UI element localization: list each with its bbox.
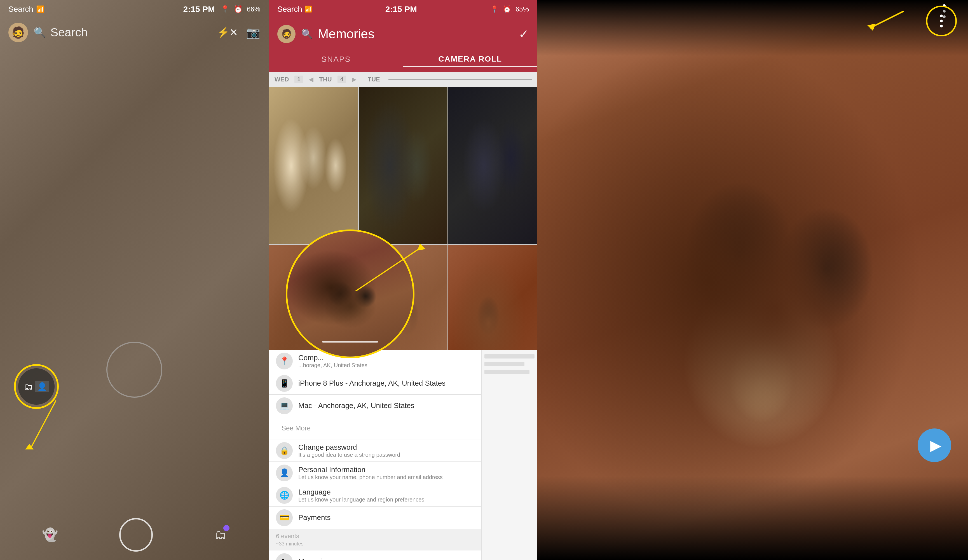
header-middle: 🧔 🔍 Memories ✓ — [269, 18, 537, 49]
play-icon: ▶ — [930, 437, 941, 454]
search-text-left: Search — [50, 26, 88, 39]
app-name-middle: Search — [277, 5, 302, 14]
date-num-4: 4 — [338, 76, 346, 83]
status-bar-middle: Search 📶 2:15 PM 📍 ⏰ 65% — [269, 0, 537, 18]
date-num-1: 1 — [294, 76, 303, 83]
shutter-ring — [106, 342, 162, 398]
status-icons-left: 📍 ⏰ 66% — [220, 5, 260, 14]
date-line — [388, 79, 532, 80]
play-button[interactable]: ▶ — [918, 429, 951, 462]
search-bar-left[interactable]: 🔍 Search — [33, 26, 211, 39]
dot-c — [940, 25, 943, 27]
memories-nav-icon[interactable]: 🗂 — [214, 528, 227, 542]
dot-a — [940, 15, 943, 17]
scrub-bar[interactable] — [322, 341, 378, 343]
photo-cell-movie-2[interactable] — [359, 87, 448, 244]
settings-partial-right — [481, 350, 537, 560]
right-panel: ▶ — [537, 0, 968, 560]
header-title: 🔍 Memories — [301, 26, 375, 41]
settings-icon-iphone: 📱 — [276, 375, 293, 392]
alarm-icon-left: ⏰ — [234, 5, 243, 14]
topbar-left: 🧔 🔍 Search ⚡✕ 📷 — [0, 18, 269, 46]
date-nav-left[interactable]: ◀ — [309, 76, 313, 83]
tabs-middle: SNAPS CAMERA ROLL — [269, 49, 537, 72]
left-panel: Search 📶 2:15 PM 📍 ⏰ 66% 🧔 🔍 Search ⚡✕ 📷… — [0, 0, 269, 560]
time-left: 2:15 PM — [183, 5, 215, 14]
shutter-button[interactable] — [119, 518, 153, 552]
arrow-annotation-left — [17, 398, 101, 454]
date-tue: TUE — [368, 76, 380, 83]
header-search-icon[interactable]: 🔍 — [301, 28, 313, 40]
settings-icon-mac: 💻 — [276, 398, 293, 414]
battery-left: 66% — [247, 5, 260, 13]
status-bar-left: Search 📶 2:15 PM 📍 ⏰ 66% — [0, 0, 269, 18]
arrow-annotation-middle — [353, 241, 437, 297]
date-wed: WED — [275, 76, 289, 83]
date-strip: WED 1 ◀ THU 4 ▶ TUE — [269, 72, 537, 87]
time-middle: 2:15 PM — [385, 5, 417, 14]
date-thu: THU — [319, 76, 332, 83]
photo-cell-movie-3[interactable] — [448, 87, 537, 244]
arrow-annotation-right — [862, 6, 918, 39]
movie2-overlay — [359, 87, 448, 244]
three-dots-circle-wrapper — [926, 6, 957, 36]
app-name-left: Search — [8, 5, 33, 14]
three-dots-menu-button[interactable] — [940, 15, 943, 27]
battery-middle: 65% — [515, 5, 529, 13]
svg-marker-3 — [417, 244, 426, 250]
three-dots-highlight — [926, 6, 957, 36]
flash-icon[interactable]: ⚡✕ — [217, 27, 238, 38]
topbar-right-icons: ⚡✕ 📷 — [217, 26, 260, 39]
dot-b — [940, 20, 943, 22]
settings-icon-comp: 📍 — [276, 353, 293, 369]
movie1-overlay — [269, 87, 358, 244]
video-bottom-fade — [537, 476, 968, 560]
tab-camera-roll[interactable]: CAMERA ROLL — [403, 55, 538, 66]
header-check-button[interactable]: ✓ — [519, 27, 529, 41]
settings-icon-memories: 🗂 — [276, 553, 293, 560]
settings-icon-language: 🌐 — [276, 487, 293, 504]
search-icon-left: 🔍 — [33, 27, 46, 38]
location-icon-left: 📍 — [220, 5, 229, 14]
camera-background — [0, 0, 269, 560]
location-icon-middle: 📍 — [490, 5, 499, 13]
svg-line-4 — [870, 11, 903, 28]
photo-cell-movie-1[interactable] — [269, 87, 358, 244]
settings-icon-password: 🔒 — [276, 442, 293, 459]
signal-icon-middle: 📶 — [305, 6, 312, 13]
memories-title: Memories — [318, 26, 375, 41]
alarm-icon-middle: ⏰ — [503, 5, 511, 13]
tab-snaps[interactable]: SNAPS — [269, 55, 403, 66]
settings-icon-payments: 💳 — [276, 509, 293, 526]
header-avatar[interactable]: 🧔 — [277, 25, 295, 43]
status-icons-middle: 📍 ⏰ 65% — [490, 5, 529, 13]
date-nav-right[interactable]: ▶ — [352, 76, 356, 83]
svg-marker-5 — [867, 24, 876, 31]
bottombar-left: 👻 🗂 — [0, 510, 269, 560]
svg-line-0 — [31, 401, 56, 448]
svg-line-2 — [356, 246, 423, 291]
middle-panel: Search 📶 2:15 PM 📍 ⏰ 65% 🧔 🔍 Memories ✓ … — [269, 0, 537, 560]
avatar-left[interactable]: 🧔 — [8, 23, 28, 42]
ghost-icon[interactable]: 👻 — [42, 527, 58, 542]
signal-icon-left: 📶 — [36, 5, 45, 13]
movie3-overlay — [448, 87, 537, 244]
settings-icon-personal: 👤 — [276, 465, 293, 481]
camera-switch-icon[interactable]: 📷 — [246, 26, 260, 39]
